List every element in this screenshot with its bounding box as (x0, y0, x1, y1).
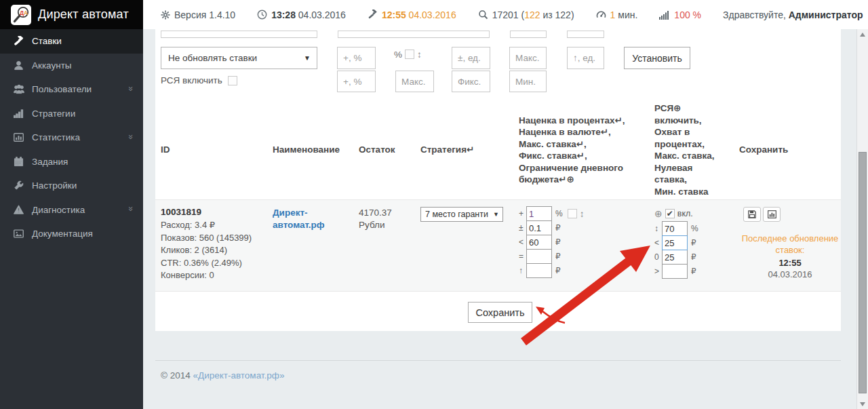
scrollbar-thumb[interactable] (859, 152, 867, 393)
save-row-icon-button[interactable] (743, 207, 761, 222)
markup-currency-input[interactable] (452, 47, 490, 69)
logo-magnifier-icon: Д А (11, 5, 31, 25)
markup-currency-row-input[interactable] (526, 220, 552, 235)
daily-budget-input[interactable] (567, 47, 604, 69)
rsya-coverage-row-input[interactable] (662, 221, 688, 236)
strategy-select[interactable]: 7 место гаранти ▼ (420, 207, 503, 222)
max-bid-row-input[interactable] (526, 235, 552, 250)
bid-prefix: + (519, 209, 526, 218)
table-header: ID Наименование Остаток Стратегия↵ Нацен… (155, 100, 841, 200)
rsya-min-bid-row-input[interactable] (662, 264, 688, 279)
queries-total: 17201 ( (492, 9, 524, 20)
rsya-inputs-cell: ⊕ ✔ вкл. ↕ % < ₽ 0 ₽ (654, 207, 739, 279)
balance-currency: Рубли (359, 219, 420, 231)
app-title: Директ автомат (38, 7, 129, 22)
server-time-value: 13:28 (271, 9, 296, 20)
sidebar-item-polzovateli[interactable]: Пользователи » (0, 77, 143, 102)
bid-suffix: ₽ (555, 266, 561, 275)
user-menu[interactable]: Здравствуйте, Администратор ∨ (723, 9, 868, 20)
strategy-value: 7 место гаранти (425, 210, 488, 219)
sidebar-item-label: Задания (32, 157, 68, 167)
bar-chart-icon (768, 210, 776, 218)
health-status: 100 % (659, 9, 701, 20)
rsya-zero-bid-row-input[interactable] (662, 250, 688, 265)
max-bid-input[interactable] (509, 47, 547, 69)
sidebar-item-zadaniya[interactable]: Задания (0, 150, 143, 174)
markup-percent-input[interactable] (337, 47, 376, 69)
sidebar-item-label: Ставки (32, 36, 62, 46)
scrollbar-up-arrow[interactable] (857, 29, 868, 39)
rsya-on-checkbox[interactable]: ✔ (665, 209, 675, 218)
balance-cell: 4170.37 Рубли (359, 207, 420, 231)
clipped-input-2[interactable] (338, 31, 490, 38)
magnifier-icon (478, 9, 488, 20)
sidebar-nav: Ставки Аккаунты Пользователи » Стратегии… (0, 29, 143, 409)
greeting-text: Здравствуйте, (723, 9, 786, 20)
bid-suffix: ₽ (555, 223, 561, 233)
strategy-cell: 7 место гаранти ▼ (420, 207, 519, 222)
interval-status: 1 мин. (596, 9, 638, 20)
image-icon (13, 229, 24, 239)
stat-spend: Расход: 3.4 ₽ (161, 219, 273, 232)
fixed-bid-row-input[interactable] (526, 249, 552, 264)
queries-rest: из 122) (540, 9, 574, 20)
clipped-input-1[interactable] (161, 31, 317, 38)
set-button[interactable]: Установить (624, 47, 690, 69)
save-button[interactable]: Сохранить (468, 302, 532, 323)
col-header-save: Сохранить (739, 144, 841, 156)
gauge-icon (596, 9, 606, 20)
rsya-prefix: < (654, 238, 662, 248)
scrollbar-down-arrow[interactable] (857, 399, 868, 409)
sidebar-item-dokumentaciya[interactable]: Документация (0, 222, 143, 246)
bid-suffix: ₽ (555, 237, 561, 247)
gavel-icon (13, 36, 24, 46)
sidebar-item-label: Документация (32, 229, 93, 239)
vertical-scrollbar[interactable] (856, 29, 868, 409)
clipped-input-4[interactable] (567, 31, 604, 38)
bid-update-mode-select[interactable]: Не обновлять ставки ▼ (161, 47, 317, 69)
rsya-max-bid-row-input[interactable] (662, 235, 688, 250)
last-bid-update-status: 12:55 04.03.2016 (368, 9, 456, 20)
sidebar-item-nastroyki[interactable]: Настройки (0, 174, 143, 198)
footer-site-link[interactable]: «Директ-автомат.рф» (193, 370, 285, 381)
queries-done: 122 (524, 9, 540, 20)
sidebar-item-akkaunty[interactable]: Аккаунты (0, 54, 143, 78)
rsya-coverage-input[interactable] (337, 71, 376, 92)
sidebar-item-label: Статистика (32, 132, 80, 142)
daily-budget-row-input[interactable] (526, 263, 552, 278)
top-status-bar: Версия 1.4.10 13:28 04.03.2016 12:55 04.… (143, 0, 868, 29)
sidebar-item-strategii[interactable]: Стратегии (0, 102, 143, 126)
percent-mode-group: % ↕ (394, 50, 422, 60)
svg-text:А: А (24, 9, 28, 16)
rsya-min-bid-input[interactable] (509, 71, 547, 92)
row-stats-icon-button[interactable] (763, 207, 781, 222)
footer: © 2014 «Директ-автомат.рф» (161, 370, 284, 381)
sidebar-item-statistika[interactable]: Статистика » (0, 125, 143, 150)
sidebar-item-diagnostika[interactable]: Диагностика » (0, 198, 143, 222)
campaign-id: 10031819 (161, 207, 273, 217)
col-header-markup: Наценка в процентах↵, Наценка в валюте↵,… (519, 115, 654, 186)
footer-divider (155, 360, 841, 361)
campaign-name-link[interactable]: Директ-автомат.рф (273, 207, 335, 231)
row-percent-mode-checkbox[interactable] (568, 209, 577, 218)
chevron-expand-icon: » (126, 86, 136, 91)
user-icon (13, 60, 24, 71)
markup-percent-row-input[interactable] (526, 206, 552, 221)
rsya-fixed-bid-input[interactable] (452, 71, 490, 92)
stat-ctr: CTR: 0.36% (2.49%) (161, 257, 273, 270)
clock-icon (257, 9, 267, 20)
rsya-max-bid-input[interactable] (395, 71, 434, 92)
rsya-suffix: ₽ (691, 267, 696, 276)
markup-inputs-cell: + % ↕ ± ₽ < ₽ = (519, 207, 654, 278)
percent-mode-checkbox[interactable] (405, 50, 414, 59)
version-label: Версия 1.4.10 (174, 9, 235, 20)
server-date-value: 04.03.2016 (298, 9, 346, 20)
sidebar-item-stavki[interactable]: Ставки (0, 29, 143, 54)
rsya-enable-label: РСЯ включить (161, 75, 222, 85)
gavel-icon (368, 9, 378, 20)
app-logo[interactable]: Д А Директ автомат (0, 0, 143, 29)
percent-label: % (394, 50, 402, 60)
server-time: 13:28 04.03.2016 (257, 9, 346, 20)
clipped-input-3[interactable] (510, 31, 547, 38)
rsya-enable-checkbox[interactable] (228, 76, 237, 85)
